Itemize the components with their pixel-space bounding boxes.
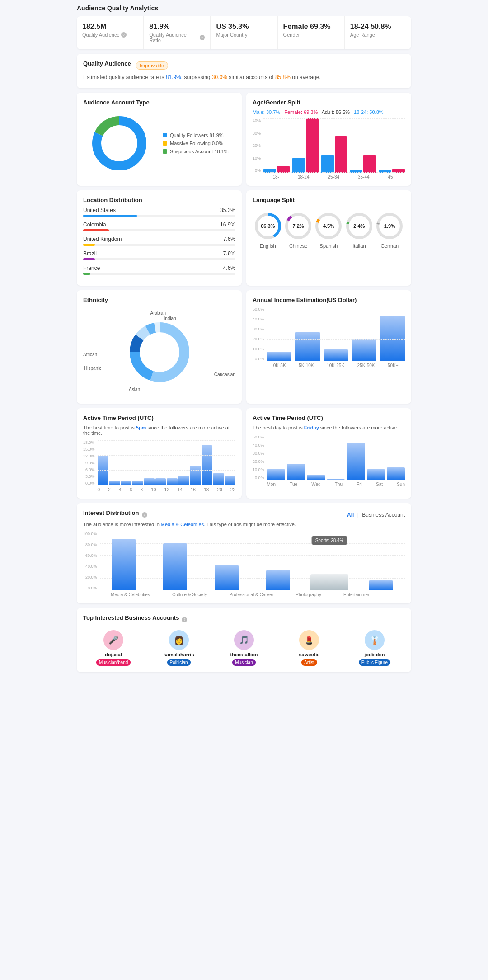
quality-header: Quality Audience Improvable [83,60,405,71]
interest-card: Interest Distribution ? All | Business A… [77,503,411,603]
quality-ratio-info-icon[interactable]: ? [200,35,205,40]
stat-age-value: 18-24 50.8% [350,23,406,31]
top-accounts-title: Top Interested Business Accounts [83,614,179,621]
account-kamalaharris-name[interactable]: kamalaharris [164,652,194,657]
quality-audience-info-icon[interactable]: ? [121,32,127,38]
quality-audience-card: Quality Audience Improvable Estimated qu… [77,54,411,88]
account-saweetie-avatar: 💄 [299,630,319,650]
interest-business-link[interactable]: Business Account [362,512,405,518]
income-bar-5k [295,307,320,361]
location-france-bar [83,273,90,275]
account-joebiden-badge: Public Figure [359,659,390,666]
active-hour-best: The best time to post is 5pm since the f… [83,425,235,436]
interest-bars-outer: Sports: 28.4% Media & Celebrities Cultur… [100,532,405,597]
time-bar-4 [121,440,131,485]
location-brazil-bar [83,258,95,260]
ethnicity-indian-label: Indian [164,316,176,321]
bar-group-45 [379,169,405,173]
page-title: Audience Quality Analytics [77,5,411,12]
lang-english: 66.3% English [253,212,282,249]
time-bar-14 [178,440,189,485]
income-bars-bg [267,307,405,361]
day-x-labels: Mon Tue Wed Thu Fri Sat Sun [267,482,405,487]
stat-age-label: Age Range [350,32,406,38]
location-us-bar [83,215,137,217]
interest-y-axis: 100.0% 80.0% 60.0% 40.0% 20.0% 0.0% [83,532,100,590]
stat-quality-audience: 182.5M Quality Audience ? [77,16,144,49]
time-bar-16 [190,440,201,485]
account-dojacat-name[interactable]: dojacat [105,652,122,657]
day-y-axis: 50.0% 40.0% 30.0% 20.0% 10.0% 0.0% [253,435,267,480]
location-us-header: United States35.3% [83,207,235,213]
audience-account-type-card: Audience Account Type Quality Followers … [77,93,242,186]
stat-country: US 35.3% Major Country [211,16,277,49]
interest-all-link[interactable]: All [347,512,354,518]
legend-quality-dot [163,133,167,137]
bar-female-2534 [335,136,347,173]
active-day-card: Active Time Period (UTC) The best day to… [246,408,411,499]
lang-english-circle: 66.3% [253,212,282,240]
bar-female-45 [392,169,405,173]
location-title: Location Distribution [83,197,235,203]
income-chart-area: 50.0% 40.0% 30.0% 20.0% 10.0% 0.0% [253,307,405,368]
account-saweetie-name[interactable]: saweetie [299,652,319,657]
account-theestallion-badge: Musician [232,659,255,666]
interest-highlight: Media & Celebrities [161,522,204,527]
account-theestallion-name[interactable]: theestallion [230,652,258,657]
ethnicity-caucasian-label: Caucasian [214,372,235,377]
income-bar-50k-fill [380,316,405,361]
bar-group-1824 [292,118,319,173]
top-accounts-info-icon[interactable]: ? [182,617,187,622]
legend-massive: Massive Following 0.0% [163,141,229,146]
bar-female-18 [277,166,290,173]
interest-bar-entertainment: Sports: 28.4% [305,532,353,590]
income-card: Annual Income Estimation(US Dollar) 50.0… [246,290,411,404]
account-theestallion-avatar: 🎵 [234,630,254,650]
account-joebiden: 👔 joebiden Public Figure [344,630,405,666]
language-card: Language Split 66.3% English [246,190,411,286]
day-bar-sun [387,435,405,480]
stat-gender: Female 69.3% Gender [278,16,345,49]
income-bar-50k [380,307,405,361]
interest-info-icon[interactable]: ? [142,512,147,518]
interest-chart-outer: 100.0% 80.0% 60.0% 40.0% 20.0% 0.0% [83,532,405,597]
account-kamalaharris-avatar: 👩 [169,630,189,650]
location-colombia: Colombia16.9% [83,221,235,231]
day-bar-fri [347,435,365,480]
time-bar-2 [109,440,120,485]
day-bar-thu [327,435,345,480]
stat-age: 18-24 50.8% Age Range [345,16,411,49]
hour-bars-bg [98,440,235,485]
active-day-title: Active Time Period (UTC) [253,415,405,421]
legend-suspicious: Suspicious Account 18.1% [163,149,229,154]
account-joebiden-name[interactable]: joebiden [364,652,385,657]
account-saweetie-badge: Artist [301,659,317,666]
time-bar-0 [98,440,108,485]
income-bars [267,307,405,361]
ethnicity-arabian-label: Arabian [150,311,166,316]
lang-chinese: 7.2% Chinese [284,212,313,249]
account-dojacat: 🎤 dojacat Musician/band [83,630,144,666]
lang-italian: 2.4% Italian [345,212,374,249]
income-bar-5k-fill [295,332,320,361]
active-hour-card: Active Time Period (UTC) The best time t… [77,408,242,499]
location-france: France4.6% [83,265,235,275]
account-kamalaharris-badge: Politician [167,659,191,666]
bar-female-3544 [363,155,376,173]
location-colombia-bar [83,229,109,231]
hour-bars-wrap: 0 2 4 6 8 10 12 14 16 18 20 22 [98,440,235,492]
active-day-best: The best day to post is Friday since the… [253,425,405,430]
stats-row: 182.5M Quality Audience ? 81.9% Quality … [77,16,411,49]
income-y-axis: 50.0% 40.0% 30.0% 20.0% 10.0% 0.0% [253,307,267,361]
stat-quality-audience-value: 182.5M [82,23,138,31]
time-bar-22 [225,440,235,485]
quality-desc: Estimated quality audience rate is 81.9%… [83,73,405,82]
bar-group-3544 [350,155,376,173]
day-bar-sat [367,435,385,480]
ethnicity-donut [123,316,196,388]
income-bar-25k-fill [352,339,377,361]
language-title: Language Split [253,197,405,203]
income-x-labels: 0K-5K 5K-10K 10K-25K 25K-50K 50K+ [267,363,405,368]
bar-group-18 [263,166,290,173]
time-bar-8 [144,440,155,485]
